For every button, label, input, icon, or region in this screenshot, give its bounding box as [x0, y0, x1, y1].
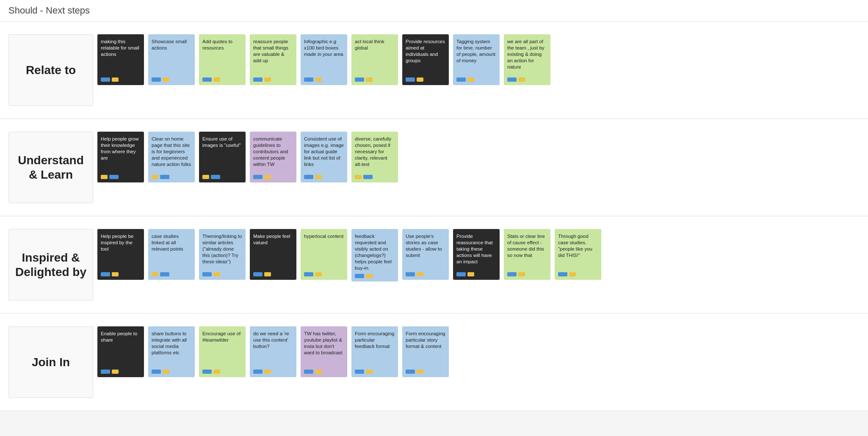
card-text-relate-to-6: Provide resources aimed at individuals a… — [406, 39, 445, 75]
dot1-join-in-5 — [355, 370, 364, 374]
dot1-join-in-4 — [304, 370, 313, 374]
dot2-join-in-0 — [112, 370, 119, 374]
card-footer-understand-learn-5 — [355, 175, 395, 179]
card-text-inspired-delighted-4: hyperlocal content — [304, 233, 344, 270]
cards-area-inspired-delighted: Help people be inspired by the toolcase … — [97, 229, 860, 301]
dot1-relate-to-7 — [456, 77, 466, 82]
card-join-in-2[interactable]: Encourage use of #teamwilder — [199, 326, 246, 377]
card-join-in-5[interactable]: Form encouraging particular feedback for… — [351, 326, 398, 377]
card-inspired-delighted-1[interactable]: case studies linked at all relevant poin… — [148, 229, 195, 280]
page-title: Should - Next steps — [0, 0, 868, 22]
card-footer-join-in-4 — [304, 370, 344, 374]
dot1-inspired-delighted-3 — [253, 272, 263, 276]
row-relate-to: Relate tomaking this relatable for small… — [0, 22, 868, 119]
row-inspired-delighted: Inspired & Delighted byHelp people be in… — [0, 216, 868, 314]
dot1-inspired-delighted-5 — [355, 274, 364, 278]
card-inspired-delighted-6[interactable]: Use people's stories as case studies - a… — [402, 229, 449, 280]
card-join-in-3[interactable]: do we need a 're use this content' butto… — [250, 326, 296, 377]
dot2-inspired-delighted-3 — [264, 272, 271, 276]
card-text-inspired-delighted-8: Stats or clear line of cause effect - so… — [507, 233, 547, 270]
dot2-join-in-4 — [315, 370, 322, 374]
dot1-join-in-6 — [406, 370, 415, 374]
card-text-relate-to-8: we are all part of the team , just by ex… — [507, 39, 547, 75]
card-understand-learn-0[interactable]: Help people grow their knowledge from wh… — [97, 132, 144, 182]
card-relate-to-8[interactable]: we are all part of the team , just by ex… — [504, 34, 550, 85]
card-inspired-delighted-2[interactable]: Theming/linking to similar articles ("al… — [199, 229, 246, 280]
board: Relate tomaking this relatable for small… — [0, 22, 868, 411]
card-relate-to-4[interactable]: Infographic e.g x100 bird boxes made in … — [301, 34, 347, 85]
card-join-in-6[interactable]: Form encouraging particular story format… — [402, 326, 449, 377]
card-relate-to-7[interactable]: Tagging system for time, number of peopl… — [453, 34, 500, 85]
card-footer-understand-learn-0 — [101, 175, 141, 179]
dot1-inspired-delighted-0 — [101, 272, 110, 276]
dot2-inspired-delighted-1 — [160, 272, 169, 276]
card-understand-learn-4[interactable]: Consistent use of images e.g. image for … — [301, 132, 347, 182]
card-inspired-delighted-5[interactable]: feedback requested and visibly acted on … — [351, 229, 398, 281]
dot1-inspired-delighted-2 — [202, 272, 212, 276]
card-join-in-1[interactable]: share buttons to integrate with all soci… — [148, 326, 195, 377]
card-text-join-in-4: TW has twitter, youtube playlist & insta… — [304, 331, 344, 367]
dot2-understand-learn-1 — [160, 175, 169, 179]
dot2-relate-to-3 — [264, 77, 271, 82]
card-text-understand-learn-5: diverse, carefully chosen, posed if nece… — [355, 136, 395, 172]
card-inspired-delighted-3[interactable]: Make people feel valued — [250, 229, 296, 280]
dot1-relate-to-4 — [304, 77, 313, 82]
card-relate-to-5[interactable]: act local think global — [351, 34, 398, 85]
card-text-inspired-delighted-2: Theming/linking to similar articles ("al… — [202, 233, 242, 270]
card-footer-inspired-delighted-8 — [507, 272, 547, 276]
dot2-understand-learn-4 — [315, 175, 322, 179]
dot2-relate-to-2 — [213, 77, 220, 82]
dot1-inspired-delighted-4 — [304, 272, 313, 276]
card-understand-learn-1[interactable]: Clear on home page that this site is for… — [148, 132, 195, 182]
card-text-join-in-3: do we need a 're use this content' butto… — [253, 331, 293, 367]
dot1-inspired-delighted-7 — [456, 272, 466, 276]
card-footer-relate-to-1 — [152, 77, 191, 82]
card-footer-relate-to-3 — [253, 77, 293, 82]
dot2-understand-learn-2 — [211, 175, 220, 179]
dot1-understand-learn-1 — [152, 175, 158, 179]
card-relate-to-0[interactable]: making this relatable for small actions — [97, 34, 144, 85]
dot2-inspired-delighted-9 — [569, 272, 576, 276]
card-inspired-delighted-8[interactable]: Stats or clear line of cause effect - so… — [504, 229, 550, 280]
card-text-join-in-5: Form encouraging particular feedback for… — [355, 331, 395, 367]
card-inspired-delighted-0[interactable]: Help people be inspired by the tool — [97, 229, 144, 280]
card-inspired-delighted-4[interactable]: hyperlocal content — [301, 229, 347, 280]
dot1-inspired-delighted-8 — [507, 272, 517, 276]
card-join-in-4[interactable]: TW has twitter, youtube playlist & insta… — [301, 326, 347, 377]
card-footer-inspired-delighted-0 — [101, 272, 141, 276]
card-understand-learn-2[interactable]: Ensure use of images is "useful" — [199, 132, 246, 182]
card-text-understand-learn-3: communicate guidelines to contributors a… — [253, 136, 293, 172]
card-understand-learn-3[interactable]: communicate guidelines to contributors a… — [250, 132, 296, 182]
card-footer-relate-to-0 — [101, 77, 141, 82]
card-footer-relate-to-6 — [406, 77, 445, 82]
dot1-relate-to-0 — [101, 77, 110, 82]
dot1-join-in-1 — [152, 370, 161, 374]
card-footer-join-in-1 — [152, 370, 191, 374]
card-inspired-delighted-9[interactable]: Through good case studies. "people like … — [555, 229, 601, 280]
card-footer-relate-to-7 — [456, 77, 496, 82]
card-text-inspired-delighted-3: Make people feel valued — [253, 233, 293, 270]
card-inspired-delighted-7[interactable]: Provide reassurance that taking these ac… — [453, 229, 500, 280]
row-label-relate-to: Relate to — [8, 34, 93, 106]
dot1-inspired-delighted-9 — [558, 272, 567, 276]
dot1-inspired-delighted-6 — [406, 272, 415, 276]
card-relate-to-6[interactable]: Provide resources aimed at individuals a… — [402, 34, 449, 85]
dot2-relate-to-6 — [417, 77, 423, 82]
card-relate-to-3[interactable]: reassure people that small things are va… — [250, 34, 296, 85]
dot1-join-in-0 — [101, 370, 110, 374]
card-text-join-in-6: Form encouraging particular story format… — [406, 331, 445, 367]
dot2-inspired-delighted-6 — [417, 272, 423, 276]
card-join-in-0[interactable]: Enable people to share — [97, 326, 144, 377]
card-text-join-in-2: Encourage use of #teamwilder — [202, 331, 242, 367]
card-understand-learn-5[interactable]: diverse, carefully chosen, posed if nece… — [351, 132, 398, 182]
card-text-understand-learn-2: Ensure use of images is "useful" — [202, 136, 242, 172]
card-footer-inspired-delighted-5 — [355, 274, 395, 278]
card-footer-inspired-delighted-3 — [253, 272, 293, 276]
card-footer-join-in-6 — [406, 370, 445, 374]
card-relate-to-1[interactable]: Showcase small actions — [148, 34, 195, 85]
dot2-inspired-delighted-7 — [467, 272, 474, 276]
dot1-understand-learn-2 — [202, 175, 209, 179]
row-label-join-in: Join In — [8, 326, 93, 398]
row-join-in: Join InEnable people to shareshare butto… — [0, 314, 868, 411]
card-relate-to-2[interactable]: Add quotes to resources — [199, 34, 246, 85]
